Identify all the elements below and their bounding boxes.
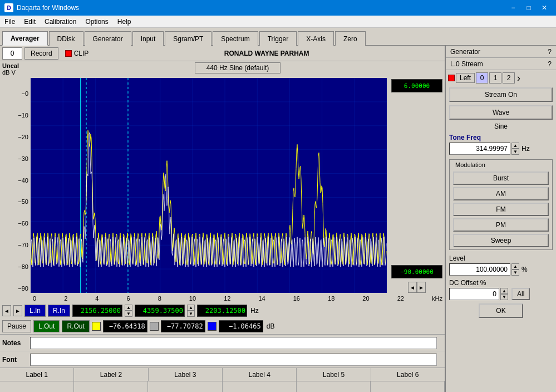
tab-trigger[interactable]: Trigger (259, 31, 297, 46)
tab-zero[interactable]: Zero (335, 31, 366, 46)
freq-input-1[interactable] (72, 305, 122, 317)
dc-input[interactable] (449, 288, 499, 300)
label-cell-1[interactable]: Label 1 (0, 368, 74, 381)
close-button[interactable]: ✕ (537, 2, 552, 13)
dc-up-btn[interactable]: ▲ (500, 288, 508, 294)
freq2-up[interactable]: ▲ (187, 305, 195, 311)
freq1-up[interactable]: ▲ (125, 305, 132, 311)
freq2-down[interactable]: ▼ (187, 311, 195, 317)
x-tick-3: 6 (127, 295, 130, 302)
stream-help-btn[interactable]: ? (548, 60, 552, 68)
all-button[interactable]: All (511, 288, 530, 300)
x-tick-7: 14 (258, 295, 265, 302)
tab-spectrum[interactable]: Spectrum (213, 31, 258, 46)
notes-input[interactable] (30, 337, 437, 349)
label-cell-2[interactable]: Label 2 (74, 368, 148, 381)
notes-font-area: Notes Font (0, 334, 445, 367)
menu-help[interactable]: Help (113, 17, 136, 27)
record-button[interactable]: Record (24, 47, 58, 60)
rout-button[interactable]: R.Out (62, 320, 89, 332)
wave-button[interactable]: Wave (449, 105, 553, 120)
tone-input-row: ▲ ▼ Hz (449, 143, 553, 155)
burst-button[interactable]: Burst (453, 171, 549, 185)
generator-header: Generator ? (446, 46, 556, 58)
menu-calibration[interactable]: Calibration (40, 17, 81, 27)
tone-down-btn[interactable]: ▼ (511, 149, 519, 155)
stream-on-button[interactable]: Stream On (449, 87, 553, 102)
tab-sgram[interactable]: Sgram/PT (165, 31, 211, 46)
menu-edit[interactable]: Edit (19, 17, 40, 27)
tone-freq-input[interactable] (449, 143, 510, 155)
ok-button[interactable]: OK (479, 303, 523, 318)
color-box-yellow (92, 322, 101, 331)
channel-1-btn[interactable]: 1 (489, 72, 501, 84)
level-section: Level ▲ ▼ % (446, 252, 556, 278)
generator-help-btn[interactable]: ? (548, 48, 552, 56)
minimize-button[interactable]: − (506, 2, 520, 13)
y-tick-4: −40 (0, 177, 31, 184)
scroll-left-btn[interactable]: ◄ (408, 282, 417, 293)
fm-button[interactable]: FM (453, 203, 549, 216)
notes-label: Notes (0, 339, 30, 347)
font-label: Font (0, 356, 30, 364)
level-down-btn[interactable]: ▼ (511, 270, 519, 276)
y-tick-5: −50 (0, 198, 31, 205)
level-input[interactable] (449, 263, 510, 276)
label-cell-5[interactable]: Label 5 (297, 368, 371, 381)
scroll-prev-btn[interactable]: ◄ (2, 305, 11, 316)
generator-panel: Generator ? L.0 Stream ? Left 0 1 2 › St… (445, 46, 556, 392)
dc-label: DC Offset % (449, 279, 553, 287)
ok-section: OK (446, 303, 556, 318)
color-box-blue (208, 322, 217, 331)
left-channel-btn[interactable]: Left (456, 73, 475, 83)
freq-row: ◄ ► L.In R.In ▲ ▼ ▲ ▼ Hz (0, 303, 445, 318)
tab-input[interactable]: Input (132, 31, 164, 46)
level-up-btn[interactable]: ▲ (511, 263, 519, 270)
y-tick-6: −60 (0, 220, 31, 227)
am-button[interactable]: AM (453, 187, 549, 200)
pause-button[interactable]: Pause (2, 320, 31, 332)
tab-xaxis[interactable]: X-Axis (298, 31, 334, 46)
channel-2-btn[interactable]: 2 (503, 72, 515, 84)
lin-button[interactable]: L.In (24, 305, 46, 317)
font-input[interactable] (30, 354, 437, 366)
sweep-button[interactable]: Sweep (453, 234, 549, 247)
notes-row: Notes (0, 335, 445, 351)
pm-button[interactable]: PM (453, 218, 549, 232)
label-cell-6[interactable]: Label 6 (371, 368, 445, 381)
y-tick-7: −70 (0, 242, 31, 248)
tab-ddisk[interactable]: DDisk (49, 31, 83, 46)
generator-title: Generator (450, 48, 480, 56)
y-tick-8: −80 (0, 263, 31, 270)
dc-section: DC Offset % ▲ ▼ All (446, 278, 556, 301)
label-cell-3[interactable]: Label 3 (149, 368, 223, 381)
stream-title: L.0 Stream (450, 60, 483, 68)
label-cell2-2 (74, 381, 148, 392)
label-cell-4[interactable]: Label 4 (223, 368, 297, 381)
tab-generator[interactable]: Generator (85, 31, 131, 46)
scroll-right-btn[interactable]: ► (417, 282, 426, 293)
freq1-down[interactable]: ▼ (125, 311, 132, 317)
x-tick-0: 0 (33, 295, 36, 302)
db-val-1: −76.64318 (103, 320, 147, 332)
freq-input-2[interactable] (135, 305, 185, 317)
scroll-next-btn[interactable]: ► (13, 305, 22, 316)
tone-up-btn[interactable]: ▲ (511, 143, 519, 149)
db-unit: dB (267, 322, 275, 330)
menu-file[interactable]: File (0, 17, 19, 27)
tab-averager[interactable]: Averager (2, 31, 48, 46)
lout-button[interactable]: L.Out (33, 320, 60, 332)
x-tick-8: 16 (293, 295, 300, 302)
label-cell2-4 (223, 381, 297, 392)
maximize-button[interactable]: □ (521, 2, 536, 13)
freq-input-3[interactable] (197, 305, 247, 317)
rin-button[interactable]: R.In (48, 305, 70, 317)
menu-options[interactable]: Options (81, 17, 112, 27)
titlebar: D Daqarta for Windows − □ ✕ (0, 0, 556, 16)
dc-down-btn[interactable]: ▼ (500, 294, 508, 300)
tone-freq-label: Tone Freq (449, 134, 553, 141)
channel-0-btn[interactable]: 0 (476, 72, 488, 84)
x-tick-1: 2 (64, 295, 67, 302)
db-row: Pause L.Out R.Out −76.64318 −77.70782 −1… (0, 318, 445, 334)
label-cell2-6 (371, 381, 445, 392)
